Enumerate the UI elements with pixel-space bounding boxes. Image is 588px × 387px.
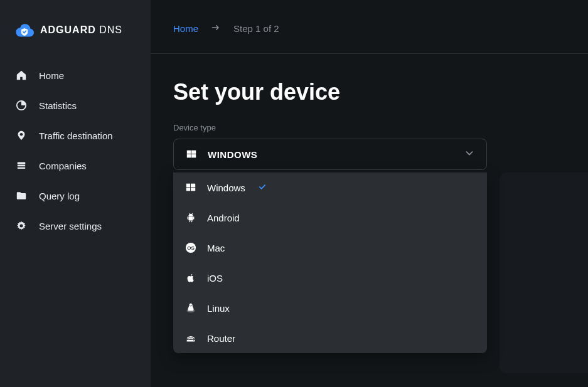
- device-option-linux[interactable]: Linux: [173, 293, 487, 323]
- device-option-label: iOS: [207, 273, 223, 284]
- sidebar-item-statistics[interactable]: Statistics: [0, 90, 151, 120]
- device-type-selected-value: WINDOWS: [208, 149, 257, 160]
- breadcrumb: Home Step 1 of 2: [151, 0, 588, 34]
- sidebar-item-label: Companies: [39, 161, 87, 171]
- breadcrumb-home[interactable]: Home: [173, 23, 198, 34]
- sidebar-item-label: Query log: [39, 191, 80, 201]
- gear-icon: [15, 220, 28, 232]
- arrow-right-icon: [211, 23, 221, 34]
- router-icon: [184, 332, 197, 344]
- sidebar-item-server-settings[interactable]: Server settings: [0, 211, 151, 241]
- breadcrumb-step: Step 1 of 2: [233, 23, 279, 34]
- pie-chart-icon: [15, 99, 28, 112]
- windows-icon: [185, 148, 198, 161]
- device-option-label: Router: [207, 333, 235, 344]
- device-type-dropdown: Windows Android Mac iOS: [173, 172, 487, 353]
- cloud-shield-icon: [15, 23, 34, 38]
- chevron-down-icon: [464, 147, 475, 161]
- home-icon: [15, 69, 28, 82]
- device-option-label: Windows: [207, 183, 245, 193]
- windows-icon: [184, 181, 197, 194]
- pin-icon: [15, 129, 28, 142]
- sidebar-item-companies[interactable]: Companies: [0, 151, 151, 181]
- device-type-label: Device type: [173, 123, 565, 132]
- sidebar-item-label: Statistics: [39, 100, 77, 111]
- sidebar-item-traffic-destination[interactable]: Traffic destination: [0, 120, 151, 151]
- device-option-mac[interactable]: Mac: [173, 233, 487, 263]
- folder-icon: [15, 189, 28, 202]
- sidebar-nav: Home Statistics Traffic destination Comp…: [0, 60, 151, 241]
- sidebar-item-label: Home: [39, 70, 64, 81]
- linux-icon: [184, 302, 197, 314]
- sidebar-item-label: Server settings: [39, 221, 102, 231]
- sidebar-item-home[interactable]: Home: [0, 60, 151, 90]
- check-icon: [258, 183, 267, 193]
- device-option-router[interactable]: Router: [173, 323, 487, 353]
- apple-icon: [184, 272, 197, 284]
- device-option-label: Mac: [207, 243, 225, 253]
- brand-name: ADGUARD DNS: [40, 24, 122, 36]
- device-option-label: Android: [207, 213, 240, 223]
- sidebar-item-query-log[interactable]: Query log: [0, 181, 151, 211]
- brand-logo[interactable]: ADGUARD DNS: [0, 13, 151, 53]
- device-type-select[interactable]: WINDOWS: [173, 139, 487, 170]
- mac-icon: [184, 241, 197, 254]
- stack-icon: [15, 159, 28, 172]
- sidebar-item-label: Traffic destination: [39, 130, 113, 141]
- device-option-windows[interactable]: Windows: [173, 172, 487, 203]
- page-title: Set your device: [173, 79, 565, 105]
- guide-card-background: [500, 172, 588, 373]
- device-option-ios[interactable]: iOS: [173, 263, 487, 293]
- device-option-android[interactable]: Android: [173, 203, 487, 233]
- device-option-label: Linux: [207, 303, 230, 314]
- android-icon: [184, 211, 197, 224]
- main-content: Home Step 1 of 2 Set your device Device …: [151, 0, 588, 387]
- sidebar: ADGUARD DNS Home Statistics Traffic dest…: [0, 0, 151, 387]
